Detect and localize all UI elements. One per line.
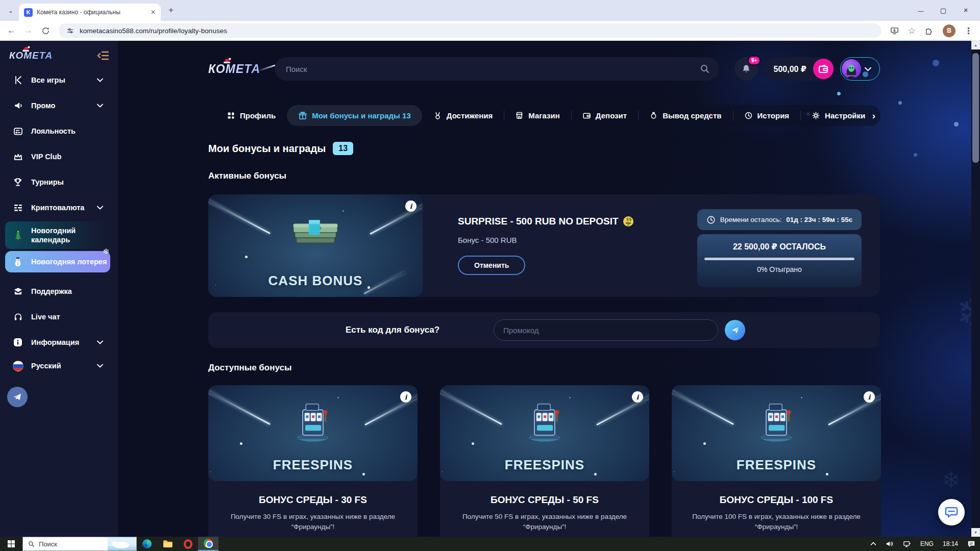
clock[interactable]: 18:14 [938, 537, 963, 551]
tab-history[interactable]: История [733, 105, 801, 126]
taskbar-app-edge[interactable] [137, 537, 157, 551]
taskbar-app-chrome[interactable] [198, 537, 218, 551]
back-icon[interactable]: ← [7, 26, 16, 36]
tray-expand-icon[interactable] [866, 537, 881, 551]
search-highlight-image[interactable] [108, 537, 136, 550]
browser-tabstrip: ⌄ K Комета казино - официальны ✕ + — ▢ ✕ [0, 0, 980, 21]
taskbar-app-opera[interactable] [178, 537, 198, 551]
freespins-image: FREESPINS i [440, 385, 649, 481]
browser-tab[interactable]: K Комета казино - официальны ✕ [19, 4, 161, 21]
bonus-title: БОНУС СРЕДЫ - 30 FS [208, 494, 418, 506]
tab-title: Комета казино - официальны [37, 9, 146, 16]
new-tab-button[interactable]: + [168, 5, 174, 15]
site-logo[interactable]: КОМЕТА [208, 62, 275, 76]
notifications-button[interactable]: 9+ [734, 57, 758, 81]
bonus-card-50fs[interactable]: FREESPINS i БОНУС СРЕДЫ - 50 FS Получите… [440, 385, 649, 537]
star-specks-decor [703, 442, 706, 445]
bookmark-star-icon[interactable]: ☆ [908, 26, 916, 36]
sidebar-item-ny-lottery[interactable]: Новогодняя лотерея ❄ [5, 251, 110, 272]
reload-icon[interactable] [41, 26, 51, 36]
sidebar-logo[interactable]: КОМЕТА [9, 50, 53, 61]
tab-account-settings[interactable]: Настройки ак [800, 105, 867, 126]
wagering-panel: Времени осталось: 01д : 23ч : 59м : 55с … [697, 209, 862, 287]
info-icon[interactable]: i [632, 391, 643, 403]
support-mail-icon [12, 287, 23, 295]
sidebar-item-live-chat[interactable]: Live чат [5, 306, 110, 328]
minimize-button[interactable]: — [910, 8, 932, 14]
url-text[interactable]: kometacasino588.com/ru/profile/loyalty-b… [80, 27, 227, 35]
sidebar-item-all-games[interactable]: Все игры [5, 69, 110, 91]
language-indicator[interactable]: ENG [916, 537, 938, 551]
tab-my-bonuses[interactable]: Мои бонусы и награды 13 [287, 105, 422, 126]
tab-deposit[interactable]: Депозит [571, 105, 638, 126]
promo-code-input[interactable] [494, 319, 718, 341]
sidebar-item-information[interactable]: Информация [5, 332, 110, 353]
tab-close-icon[interactable]: ✕ [151, 9, 156, 16]
sidebar-item-loyalty[interactable]: Лояльность [5, 120, 110, 142]
browser-menu-icon[interactable]: ⋮ [964, 26, 973, 36]
telegram-icon [13, 393, 22, 401]
bonus-image-caption: FREESPINS [672, 457, 881, 473]
browser-profile-avatar[interactable]: B [943, 24, 955, 37]
tab-achievements[interactable]: Достижения [422, 105, 504, 126]
active-bonus-card: CASH BONUS i SURPRISE - 500 RUB NO DEPOS… [208, 194, 880, 297]
sidebar-collapse-icon[interactable] [97, 50, 109, 61]
tab-search-icon[interactable]: ⌄ [5, 6, 16, 16]
tab-profile[interactable]: Профиль [215, 105, 287, 126]
action-center-icon[interactable] [963, 537, 980, 551]
site-settings-icon[interactable] [66, 27, 75, 35]
info-icon[interactable]: i [864, 391, 875, 403]
sidebar-item-promo[interactable]: Промо [5, 95, 110, 116]
info-icon[interactable]: i [400, 391, 411, 403]
chevron-down-icon [97, 206, 103, 210]
page-scrollbar[interactable]: ▲ ▼ [971, 41, 980, 537]
close-button[interactable]: ✕ [954, 7, 977, 14]
sidebar-item-vip-club[interactable]: VIP Club [5, 146, 110, 167]
nav-scroll-right-icon[interactable]: › [867, 110, 880, 121]
address-bar[interactable]: kometacasino588.com/ru/profile/loyalty-b… [59, 23, 881, 38]
tab-withdrawal[interactable]: Вывод средств [638, 105, 732, 126]
taskbar-search[interactable] [22, 537, 137, 551]
chat-icon [945, 506, 958, 518]
bonus-image-caption: CASH BONUS [208, 273, 423, 289]
bell-icon [741, 64, 751, 74]
extensions-icon[interactable] [924, 26, 934, 36]
promo-submit-button[interactable] [725, 320, 745, 340]
deposit-button[interactable] [813, 59, 834, 79]
taskbar-app-explorer[interactable] [157, 537, 178, 551]
comet-decor [208, 388, 271, 425]
volume-icon[interactable] [881, 537, 898, 551]
search-input[interactable] [275, 57, 719, 81]
sidebar-item-support[interactable]: Поддержка [5, 281, 110, 302]
network-icon[interactable] [898, 537, 916, 551]
account-menu[interactable] [840, 57, 880, 81]
comet-decor [208, 197, 271, 234]
taskbar-search-input[interactable] [39, 540, 95, 548]
bonus-card-100fs[interactable]: FREESPINS i БОНУС СРЕДЫ - 100 FS Получит… [672, 385, 881, 537]
tab-shop[interactable]: Магазин [504, 105, 571, 126]
info-icon[interactable]: i [405, 201, 416, 212]
sidebar-item-crypto[interactable]: Криптовалюта [5, 197, 110, 218]
sidebar-item-language[interactable]: Русский [5, 355, 110, 377]
search-icon[interactable] [700, 64, 710, 74]
search-bar[interactable] [275, 57, 719, 81]
megaphone-icon [12, 101, 23, 110]
bonus-card-30fs[interactable]: FREESPINS i БОНУС СРЕДЫ - 30 FS Получите… [208, 385, 418, 537]
cancel-bonus-button[interactable]: Отменить [458, 256, 525, 275]
slot-machine-art [756, 396, 797, 443]
telegram-button[interactable] [7, 387, 28, 407]
scroll-up-icon[interactable]: ▲ [971, 41, 980, 49]
balance-amount: 500,00 ₽ [773, 64, 806, 74]
main-content: КОМЕТА 9+ 500,00 ₽ [118, 41, 980, 537]
install-app-icon[interactable] [890, 26, 899, 36]
scrollbar-thumb[interactable] [972, 53, 979, 163]
forward-icon[interactable]: → [24, 26, 33, 36]
sidebar-item-tournaments[interactable]: Турниры [5, 171, 110, 193]
sidebar-item-ny-calendar[interactable]: Новогодний календарь [5, 221, 110, 249]
money-bag-icon [649, 111, 658, 120]
start-button[interactable] [0, 537, 22, 551]
live-chat-widget-button[interactable] [938, 499, 965, 525]
comet-decor [672, 388, 734, 425]
maximize-button[interactable]: ▢ [932, 7, 954, 14]
scroll-down-icon[interactable]: ▼ [971, 528, 980, 537]
